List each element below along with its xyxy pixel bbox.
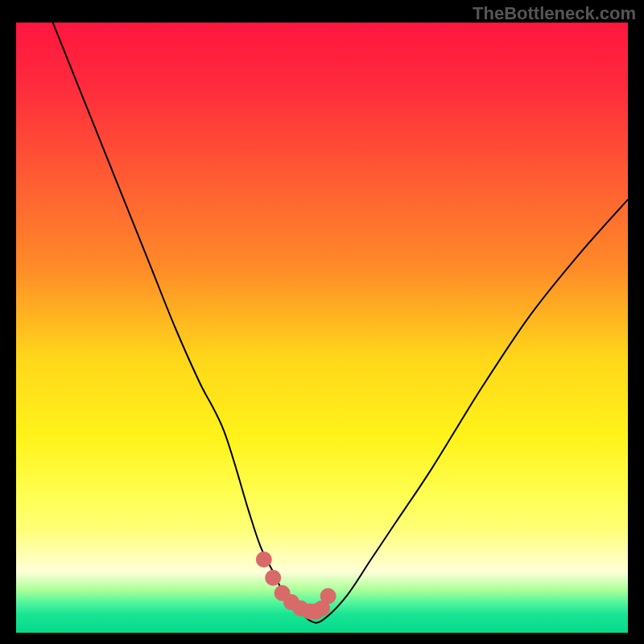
threshold-markers [256, 551, 336, 619]
chart-frame: TheBottleneck.com [0, 0, 644, 644]
threshold-marker [265, 570, 281, 586]
chart-svg [16, 23, 628, 633]
bottleneck-curve [53, 23, 628, 623]
threshold-marker [256, 551, 272, 568]
threshold-marker [320, 588, 336, 605]
plot-area [16, 23, 628, 633]
watermark-text: TheBottleneck.com [473, 3, 636, 24]
